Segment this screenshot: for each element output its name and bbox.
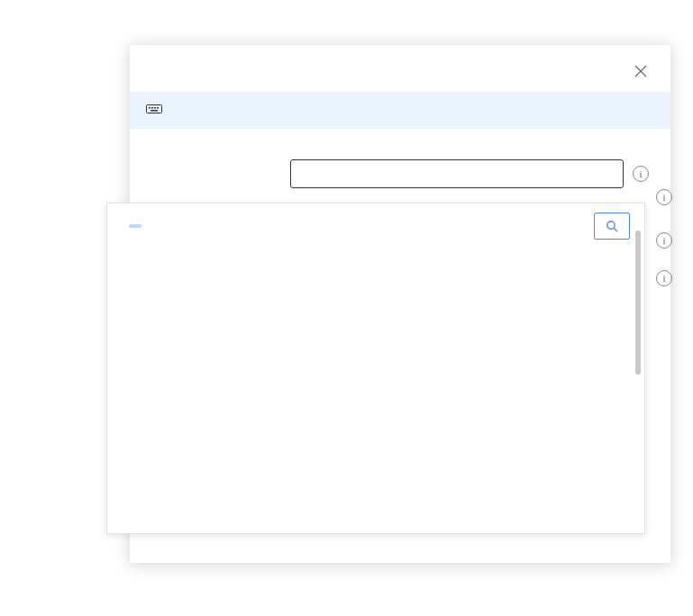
info-icon[interactable]: i [656,232,672,249]
variables-popup [106,203,645,534]
search-button[interactable] [594,213,630,240]
svg-rect-5 [150,110,158,112]
keyboard-icon [146,103,162,118]
svg-rect-1 [149,107,150,109]
svg-rect-2 [151,107,153,109]
select-parameters-label [130,129,670,156]
svg-rect-3 [154,107,156,109]
info-icon[interactable]: i [633,166,649,182]
svg-rect-0 [147,105,162,113]
svg-line-7 [614,228,617,231]
svg-point-6 [607,222,615,229]
send-keys-dialog: i [130,45,670,563]
info-icon[interactable]: i [656,189,672,205]
info-icon[interactable]: i [656,270,672,286]
info-banner [130,92,670,129]
close-icon[interactable] [629,59,652,83]
svg-rect-4 [157,107,159,109]
scrollbar[interactable] [635,231,641,375]
text-to-send-input[interactable] [290,159,624,188]
variables-count-badge [129,224,141,228]
